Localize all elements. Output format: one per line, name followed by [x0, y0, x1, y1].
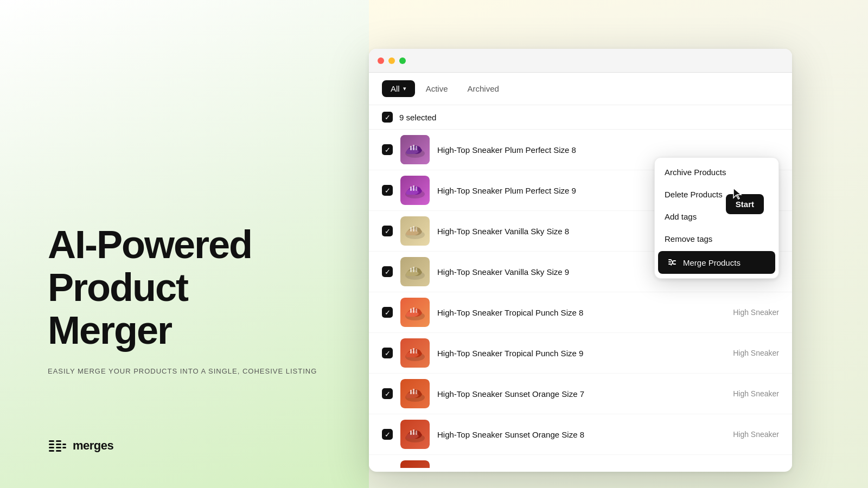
svg-rect-17	[410, 187, 412, 191]
add-tags-label: Add tags	[665, 212, 697, 221]
traffic-light-green[interactable]	[399, 57, 406, 64]
traffic-light-yellow[interactable]	[388, 57, 395, 64]
product-image-1	[400, 176, 430, 205]
svg-rect-34	[416, 309, 417, 313]
filter-active-button[interactable]: Active	[417, 80, 457, 97]
start-tooltip: Start	[726, 194, 764, 214]
svg-rect-37	[410, 349, 412, 354]
svg-rect-2	[49, 447, 54, 448]
svg-rect-18	[413, 185, 414, 191]
row-checkbox-6[interactable]: ✓	[382, 388, 393, 399]
row-checkbox-4[interactable]: ✓	[382, 307, 393, 318]
row-checkbox-3[interactable]: ✓	[382, 266, 393, 277]
svg-rect-42	[410, 390, 412, 394]
product-name-0: High-Top Sneaker Plum Perfect Size 8	[437, 145, 706, 155]
svg-rect-33	[413, 307, 414, 313]
selection-count: 9 selected	[399, 113, 436, 122]
product-image-0	[400, 135, 430, 164]
checkmark-icon: ✓	[385, 268, 391, 276]
svg-rect-19	[416, 187, 417, 191]
table-row: ✓ High-Top Sneaker Tropical Punch Size 9…	[369, 333, 792, 374]
product-type-5: High Sneaker	[714, 349, 779, 357]
product-image-7	[400, 420, 430, 449]
table-row: ✓ High-Top Sneaker Sunset Orange Size 9 …	[369, 455, 792, 468]
filter-archived-button[interactable]: Archived	[459, 80, 508, 97]
context-menu-archive[interactable]: Archive Products	[655, 161, 778, 183]
svg-rect-23	[413, 226, 414, 232]
checkmark-icon: ✓	[385, 227, 391, 235]
context-menu: Archive Products Delete Products Add tag…	[654, 157, 779, 279]
product-image-3	[400, 257, 430, 286]
product-name-6: High-Top Sneaker Sunset Orange Size 7	[437, 389, 706, 399]
row-checkbox-7[interactable]: ✓	[382, 429, 393, 440]
svg-rect-6	[56, 447, 61, 448]
checkmark-icon: ✓	[385, 187, 391, 195]
svg-rect-56	[668, 261, 671, 262]
checkmark-icon: ✓	[385, 349, 391, 357]
product-type-6: High Sneaker	[714, 389, 779, 398]
checkmark-icon: ✓	[385, 146, 391, 154]
svg-rect-24	[416, 227, 417, 232]
svg-rect-14	[416, 146, 417, 150]
merge-label: Merge Products	[683, 258, 741, 267]
svg-rect-5	[56, 444, 61, 445]
hero-subtitle: EASILY MERGE YOUR PRODUCTS INTO A SINGLE…	[48, 367, 321, 375]
merge-icon	[668, 258, 678, 267]
table-row: ✓ High-Top Sneaker Tropical Punch Size 8…	[369, 292, 792, 333]
product-type-7: High Sneaker	[714, 430, 779, 439]
product-name-5: High-Top Sneaker Tropical Punch Size 9	[437, 349, 706, 358]
logo-area: merges	[48, 436, 321, 455]
svg-rect-38	[413, 348, 414, 354]
traffic-light-red[interactable]	[378, 57, 384, 64]
product-image-6	[400, 379, 430, 408]
select-all-checkbox[interactable]: ✓	[382, 112, 393, 123]
chevron-down-icon: ▾	[403, 85, 406, 92]
svg-rect-43	[413, 389, 414, 394]
row-checkbox-1[interactable]: ✓	[382, 185, 393, 196]
archive-label: Archive Products	[665, 168, 726, 177]
svg-rect-1	[49, 444, 54, 445]
svg-rect-27	[410, 268, 412, 272]
svg-rect-12	[410, 146, 412, 150]
product-image-2	[400, 216, 430, 246]
svg-rect-48	[413, 429, 414, 435]
svg-rect-22	[410, 227, 412, 232]
svg-rect-8	[62, 444, 66, 445]
checkmark-icon: ✓	[385, 309, 391, 317]
filter-all-button[interactable]: All ▾	[382, 80, 415, 97]
svg-rect-44	[416, 390, 417, 394]
checkmark-icon: ✓	[385, 113, 391, 121]
checkmark-icon: ✓	[385, 390, 391, 398]
svg-rect-29	[416, 268, 417, 272]
svg-rect-49	[416, 431, 417, 435]
svg-rect-13	[413, 145, 414, 150]
left-panel: AI-Powered Product Merger EASILY MERGE Y…	[0, 0, 369, 488]
context-menu-merge[interactable]: Merge Products	[658, 251, 775, 274]
checkmark-icon: ✓	[385, 431, 391, 439]
svg-rect-50	[400, 460, 430, 468]
svg-rect-7	[56, 450, 61, 452]
merges-logo-icon	[48, 436, 67, 455]
product-image-8	[400, 460, 430, 468]
svg-rect-39	[416, 349, 417, 354]
svg-rect-0	[49, 440, 54, 442]
product-type-4: High Sneaker	[714, 308, 779, 317]
title-bar	[369, 49, 792, 73]
start-label: Start	[736, 200, 754, 209]
svg-rect-9	[62, 447, 66, 448]
product-image-5	[400, 338, 430, 368]
selection-header: ✓ 9 selected	[369, 105, 792, 130]
svg-rect-57	[668, 264, 671, 265]
context-menu-remove-tags[interactable]: Remove tags	[655, 228, 778, 250]
hero-title: AI-Powered Product Merger	[48, 223, 321, 352]
row-checkbox-0[interactable]: ✓	[382, 144, 393, 155]
svg-rect-4	[56, 440, 61, 442]
svg-rect-47	[410, 431, 412, 435]
row-checkbox-2[interactable]: ✓	[382, 226, 393, 236]
table-row: ✓ High-Top Sneaker Sunset Orange Size 7 …	[369, 374, 792, 414]
svg-rect-3	[49, 450, 54, 452]
row-checkbox-5[interactable]: ✓	[382, 348, 393, 358]
product-name-7: High-Top Sneaker Sunset Orange Size 8	[437, 430, 706, 439]
svg-rect-32	[410, 309, 412, 313]
product-name-4: High-Top Sneaker Tropical Punch Size 8	[437, 308, 706, 317]
